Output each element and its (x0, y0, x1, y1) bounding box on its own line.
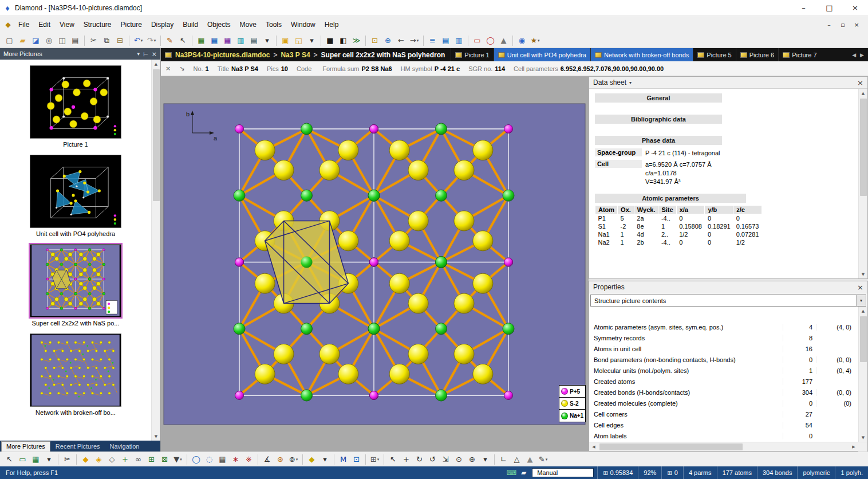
add-bond-button[interactable]: + (119, 453, 132, 466)
picture-layout-button[interactable]: ◱ (292, 34, 305, 47)
contact-button[interactable]: ⊚▾ (287, 453, 300, 466)
insert-frame-button[interactable]: ⊡ (368, 34, 381, 47)
sidebar-tab-more-pictures[interactable]: More Pictures (1, 441, 50, 451)
menu-display[interactable]: Display (147, 18, 178, 32)
properties-close-icon[interactable]: × (857, 284, 863, 291)
scroll-up-icon[interactable]: ▲ (152, 60, 161, 68)
coordination-sphere-button[interactable]: ⊛ (274, 453, 287, 466)
thumbnail-image[interactable] (30, 244, 121, 317)
chain-button[interactable]: ∞ (132, 453, 145, 466)
info-expand-icon[interactable]: ↘ (179, 65, 184, 72)
minimize-button[interactable]: – (791, 0, 816, 15)
structure-table-button[interactable]: ▦ (195, 34, 208, 47)
structure-picture[interactable]: ba (161, 76, 589, 451)
ellipsoid-button[interactable]: ◯ (190, 453, 203, 466)
rotate-back-button[interactable]: ↺ (426, 453, 439, 466)
sidebar-menu-chevron-icon[interactable]: ▾ (137, 51, 140, 57)
wand-button[interactable]: ★▾ (528, 34, 542, 47)
scroll-left-icon[interactable]: ◀ (589, 442, 598, 451)
properties-selector[interactable]: Structure picture contents ▾ (590, 295, 866, 307)
wireframe-button[interactable]: ◌ (203, 453, 216, 466)
polyhedron-menu-button[interactable]: ▾ (318, 453, 332, 466)
ruler-button[interactable]: ∟ (497, 453, 510, 466)
filter-button[interactable]: ▼▾ (171, 453, 184, 466)
play-presentation-button[interactable]: ≫ (350, 34, 363, 47)
data-sheet-button[interactable]: ▤ (439, 34, 452, 47)
default-pointer-button[interactable]: ↖ (386, 453, 400, 466)
view-menu-button[interactable]: ▾ (479, 453, 492, 466)
breadcrumb-document[interactable]: Na3PS4-10-pictures.diamdoc (175, 51, 270, 59)
ellipse-tool-button[interactable]: ◯ (484, 34, 497, 47)
atom-list-button[interactable]: ▦ (208, 34, 221, 47)
atom-table-row[interactable]: Na114d2..1/200.07281 (595, 230, 762, 238)
sidebar-tab-recent-pictures[interactable]: Recent Pictures (51, 442, 105, 451)
picture-menu-button[interactable]: ▾ (305, 34, 318, 47)
thumbnail-image[interactable] (30, 333, 121, 407)
menu-structure[interactable]: Structure (79, 18, 116, 32)
undo-button[interactable]: ↶▾ (132, 34, 145, 47)
section-bibliographic[interactable]: Bibliographic data (595, 115, 722, 124)
section-general[interactable]: General (595, 93, 722, 103)
sidebar-scrollbar[interactable]: ▲ ▼ (151, 60, 160, 441)
maximize-button[interactable]: □ (816, 0, 842, 15)
zoom-button[interactable]: ⊕ (465, 453, 479, 466)
menu-view[interactable]: View (55, 18, 79, 32)
chevron-down-icon[interactable]: ▾ (629, 80, 632, 85)
scroll-down-icon[interactable]: ▼ (859, 433, 868, 442)
chevron-down-icon[interactable]: ▾ (546, 457, 548, 462)
info-close-icon[interactable]: × (165, 65, 171, 72)
scrollbar-thumb[interactable] (153, 69, 160, 201)
atom-table-row[interactable]: P152a-4..000 (595, 214, 762, 223)
delete-atom-button[interactable]: ◇ (105, 453, 119, 466)
scroll-up-icon[interactable]: ▲ (859, 307, 868, 315)
picture-tab-6[interactable]: Picture 7 (778, 48, 820, 61)
print-button[interactable]: ▤ (69, 34, 82, 47)
pan-button[interactable]: + (400, 453, 413, 466)
table-menu-button[interactable]: ▾ (261, 34, 274, 47)
chevron-down-icon[interactable]: ▾ (141, 38, 143, 43)
chevron-down-icon[interactable]: ▾ (377, 457, 380, 462)
select-rectangle-button[interactable]: ▭ (16, 453, 29, 466)
thumbnail-image[interactable] (30, 65, 121, 139)
scroll-up-icon[interactable]: ▲ (859, 89, 868, 97)
menu-help[interactable]: Help (320, 18, 344, 32)
grid-button[interactable]: ⊞▾ (368, 453, 381, 466)
export-button[interactable]: →▾ (408, 34, 421, 47)
add-atom-button[interactable]: ◆ (79, 453, 92, 466)
new-picture-button[interactable]: ▣ (279, 34, 292, 47)
breadcrumb-structure[interactable]: Na3 P S4 (281, 51, 310, 59)
pencil-button[interactable]: ✎▾ (536, 453, 550, 466)
atom-table-row[interactable]: S1-28e10.158080.182910.16573 (595, 222, 762, 230)
scrollbar-track[interactable] (152, 68, 161, 432)
cut-bonds-button[interactable]: ✂ (61, 453, 74, 466)
menu-objects[interactable]: Objects (203, 18, 235, 32)
dropdown-chevron-icon[interactable]: ▾ (856, 295, 866, 306)
cut-button[interactable]: ✂ (87, 34, 100, 47)
blank-screen-button[interactable]: ■ (323, 34, 337, 47)
copy-button[interactable]: ⧉ (100, 34, 113, 47)
thumbnail-item-3[interactable]: Super cell 2x2x2 with NaS po... (0, 244, 151, 327)
angle-button[interactable]: △ (510, 453, 523, 466)
picture-tab-1[interactable]: Picture 1 (451, 48, 493, 61)
scrollbar-thumb[interactable] (860, 316, 867, 362)
properties-scrollbar[interactable]: ▲ ▼ (858, 307, 867, 442)
chevron-down-icon[interactable]: ▾ (296, 457, 298, 462)
contents-button[interactable]: ▥ (452, 34, 465, 47)
atom-design-button[interactable]: ∗ (229, 453, 242, 466)
menu-tools[interactable]: Tools (261, 18, 286, 32)
picture-tab-4[interactable]: Picture 5 (693, 48, 735, 61)
dihedral-button[interactable]: ▲ (523, 453, 536, 466)
scrollbar-track[interactable] (859, 315, 868, 433)
mdi-minimize-button[interactable]: – (823, 19, 835, 30)
chevron-down-icon[interactable]: ▾ (180, 457, 182, 462)
scroll-down-icon[interactable]: ▼ (152, 432, 161, 441)
menu-picture[interactable]: Picture (116, 18, 147, 32)
triangle-tool-button[interactable]: ▲ (497, 34, 510, 47)
molecule-button[interactable]: M (337, 453, 350, 466)
fill-cell-button[interactable]: ⊞ (145, 453, 158, 466)
structure-canvas[interactable]: ba P+5S-2Na+1 (161, 76, 589, 451)
globe-button[interactable]: ⊕ (381, 34, 394, 47)
polyhedron-button[interactable]: ◆ (305, 453, 318, 466)
picture-tab-3[interactable]: Network with broken-off bonds (590, 48, 693, 61)
import-button[interactable]: ← (394, 34, 408, 47)
